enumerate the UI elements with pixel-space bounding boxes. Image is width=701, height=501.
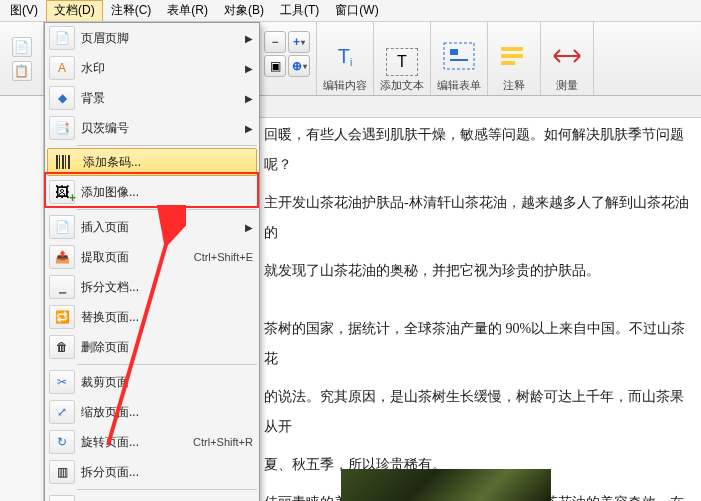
shortcut-label: Ctrl+Shift+E <box>194 251 253 263</box>
menu-separator <box>77 209 257 210</box>
page-icon[interactable]: 📋 <box>12 61 32 81</box>
menu-delete-page[interactable]: 🗑 删除页面 <box>45 332 259 362</box>
zoom-in-button[interactable]: +▾ <box>288 31 310 53</box>
doc-line: 主开发山茶花油护肤品-林清轩山茶花油，越来越多人了解到山茶花油的 <box>264 188 695 248</box>
chevron-down-icon: ▾ <box>303 62 307 71</box>
menu-split-page[interactable]: ▥ 拆分页面... <box>45 457 259 487</box>
annotate-group[interactable]: 注释 <box>488 22 541 95</box>
menu-object[interactable]: 对象(B) <box>216 0 272 21</box>
svg-rect-1 <box>450 49 458 55</box>
insert-page-icon: 📄 <box>49 215 75 239</box>
menu-page-numbers[interactable]: # 编排页码... <box>45 492 259 501</box>
page-number-icon: # <box>49 495 75 501</box>
annotate-label: 注释 <box>503 78 525 93</box>
svg-rect-2 <box>450 59 468 61</box>
menu-replace-page[interactable]: 🔁 替换页面... <box>45 302 259 332</box>
svg-rect-3 <box>501 47 523 51</box>
edit-content-icon: Ti <box>325 36 365 76</box>
document-content: 回暖，有些人会遇到肌肤干燥，敏感等问题。如何解决肌肤季节问题呢？ 主开发山茶花油… <box>264 120 695 501</box>
edit-content-label: 编辑内容 <box>323 78 367 93</box>
menu-extract-page[interactable]: 📤 提取页面 Ctrl+Shift+E <box>45 242 259 272</box>
doc-line: 就发现了山茶花油的奥秘，并把它视为珍贵的护肤品。 <box>264 256 695 286</box>
extract-page-icon: 📤 <box>49 245 75 269</box>
doc-line: 的说法。究其原因，是山茶树生长缓慢，树龄可达上千年，而山茶果从开 <box>264 382 695 442</box>
rotate-icon: ↻ <box>49 430 75 454</box>
document-image-placeholder <box>341 469 551 501</box>
svg-rect-9 <box>62 155 64 169</box>
doc-line: 回暖，有些人会遇到肌肤干燥，敏感等问题。如何解决肌肤季节问题呢？ <box>264 120 695 180</box>
menu-view[interactable]: 图(V) <box>2 0 46 21</box>
zoom-extra-button[interactable]: ⊕▾ <box>288 55 310 77</box>
edit-content-group[interactable]: Ti 编辑内容 <box>317 22 374 95</box>
doc-icon[interactable]: 📄 <box>12 37 32 57</box>
menu-add-barcode[interactable]: 添加条码... <box>47 148 257 176</box>
measure-icon <box>547 36 587 76</box>
menu-header-footer[interactable]: 📄 页眉页脚 ▶ <box>45 23 259 53</box>
menu-form[interactable]: 表单(R) <box>159 0 216 21</box>
submenu-arrow-icon: ▶ <box>245 222 253 233</box>
annotate-icon <box>494 36 534 76</box>
submenu-arrow-icon: ▶ <box>245 63 253 74</box>
menu-zoom-page[interactable]: ⤢ 缩放页面... <box>45 397 259 427</box>
submenu-arrow-icon: ▶ <box>245 93 253 104</box>
menu-background[interactable]: ◆ 背景 ▶ <box>45 83 259 113</box>
submenu-arrow-icon: ▶ <box>245 123 253 134</box>
split-doc-icon: ⎯ <box>49 275 75 299</box>
edit-form-label: 编辑表单 <box>437 78 481 93</box>
menu-document[interactable]: 文档(D) <box>46 0 103 21</box>
zoom-page-icon: ⤢ <box>49 400 75 424</box>
svg-rect-0 <box>444 43 474 69</box>
zoom-fit-button[interactable]: ▣ <box>264 55 286 77</box>
zoom-out-button[interactable]: − <box>264 31 286 53</box>
menu-separator <box>77 489 257 490</box>
split-page-icon: ▥ <box>49 460 75 484</box>
measure-group[interactable]: 测量 <box>541 22 594 95</box>
doc-line: 茶树的国家，据统计，全球茶油产量的 90%以上来自中国。不过山茶花 <box>264 314 695 374</box>
zoom-group: − +▾ ▣ ⊕▾ <box>258 22 317 95</box>
menubar: 图(V) 文档(D) 注释(C) 表单(R) 对象(B) 工具(T) 窗口(W) <box>0 0 701 22</box>
add-text-label: 添加文本 <box>380 78 424 93</box>
crop-icon: ✂ <box>49 370 75 394</box>
svg-rect-4 <box>501 54 523 58</box>
menu-bates[interactable]: 📑 贝茨编号 ▶ <box>45 113 259 143</box>
bates-icon: 📑 <box>49 116 75 140</box>
measure-label: 测量 <box>556 78 578 93</box>
chevron-down-icon: ▾ <box>301 38 305 47</box>
zoom-group-label <box>285 81 288 93</box>
menu-split-document[interactable]: ⎯ 拆分文档... <box>45 272 259 302</box>
background-icon: ◆ <box>49 86 75 110</box>
add-text-icon: T <box>386 48 418 76</box>
menu-insert-page[interactable]: 📄 插入页面 ▶ <box>45 212 259 242</box>
shortcut-label: Ctrl+Shift+R <box>193 436 253 448</box>
replace-page-icon: 🔁 <box>49 305 75 329</box>
svg-rect-11 <box>68 155 70 169</box>
svg-rect-7 <box>56 155 58 169</box>
svg-rect-8 <box>59 155 60 169</box>
menu-watermark[interactable]: A 水印 ▶ <box>45 53 259 83</box>
left-panel <box>0 96 44 501</box>
delete-page-icon: 🗑 <box>49 335 75 359</box>
edit-form-group[interactable]: 编辑表单 <box>431 22 488 95</box>
barcode-icon <box>51 150 77 174</box>
menu-annotate[interactable]: 注释(C) <box>103 0 160 21</box>
menu-separator <box>77 364 257 365</box>
menu-separator <box>77 145 257 146</box>
document-menu-dropdown: 📄 页眉页脚 ▶ A 水印 ▶ ◆ 背景 ▶ 📑 贝茨编号 ▶ 添加条码... … <box>44 22 260 501</box>
menu-rotate-page[interactable]: ↻ 旋转页面... Ctrl+Shift+R <box>45 427 259 457</box>
menu-crop-page[interactable]: ✂ 裁剪页面 <box>45 367 259 397</box>
header-footer-icon: 📄 <box>49 26 75 50</box>
watermark-icon: A <box>49 56 75 80</box>
edit-form-icon <box>439 36 479 76</box>
menu-window[interactable]: 窗口(W) <box>327 0 386 21</box>
menu-add-image[interactable]: 🖼+ 添加图像... <box>45 177 259 207</box>
svg-rect-5 <box>501 61 515 65</box>
minus-icon: − <box>271 35 278 49</box>
menu-tools[interactable]: 工具(T) <box>272 0 327 21</box>
plus-icon: + <box>293 35 300 49</box>
quick-tools: 📄 📋 <box>0 22 44 95</box>
submenu-arrow-icon: ▶ <box>245 33 253 44</box>
image-icon: 🖼+ <box>49 180 75 204</box>
svg-rect-10 <box>65 155 66 169</box>
add-text-group[interactable]: T 添加文本 <box>374 22 431 95</box>
